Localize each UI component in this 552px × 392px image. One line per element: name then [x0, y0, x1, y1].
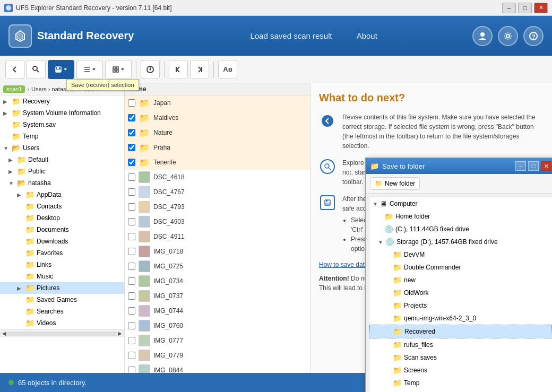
- help-icon-button[interactable]: ?: [523, 26, 544, 46]
- checkbox-maldives[interactable]: [128, 114, 135, 121]
- tree-item-links[interactable]: ▶ 📁 Links: [0, 259, 124, 271]
- tree-item-documents[interactable]: ▶ 📁 Documents: [0, 224, 124, 236]
- tree-item-downloads[interactable]: ▶ 📁 Downloads: [0, 236, 124, 247]
- tree-item-searches[interactable]: ▶ 📁 Searches: [0, 306, 124, 317]
- file-item-img0718[interactable]: IMG_0718: [125, 244, 310, 259]
- dialog-close-button[interactable]: ✕: [541, 161, 551, 171]
- checkbox-dsc4767[interactable]: [128, 188, 135, 196]
- checkbox-img0744[interactable]: [128, 307, 135, 315]
- checkbox-dsc4903[interactable]: [128, 218, 135, 225]
- file-item-tenerife[interactable]: 📁 Tenerife: [125, 155, 310, 170]
- tree-item-systemsav[interactable]: ▶ 📁 System.sav: [0, 119, 124, 130]
- checkbox-img0777[interactable]: [128, 337, 135, 344]
- checkbox-dsc4618[interactable]: [128, 173, 135, 181]
- minimize-button[interactable]: –: [502, 3, 516, 13]
- checkbox-img0725[interactable]: [128, 263, 135, 270]
- dialog-tree-double-commander[interactable]: ▶ 📁 Double Commander: [369, 261, 552, 274]
- dialog-tree-temp[interactable]: ▶ 📁 Temp: [369, 377, 552, 389]
- file-item-dsc4793[interactable]: DSC_4793: [125, 199, 310, 214]
- file-item-img0777[interactable]: IMG_0777: [125, 333, 310, 348]
- tree-item-appdata[interactable]: ▶ 📁 AppData: [0, 189, 124, 201]
- tree-item-default[interactable]: ▶ 📁 Default: [0, 154, 124, 165]
- prev-button[interactable]: [169, 60, 188, 79]
- dialog-tree-devvm[interactable]: ▶ 📁 DevVM: [369, 248, 552, 261]
- checkbox-img0718[interactable]: [128, 248, 135, 255]
- scan-button[interactable]: [141, 60, 160, 79]
- dialog-tree-projects[interactable]: ▶ 📁 Projects: [369, 299, 552, 312]
- back-button[interactable]: [5, 60, 24, 79]
- dialog-body[interactable]: ▼ 🖥 Computer ▶ 📁 Home folder ▶ 💿 (C:), 1…: [369, 197, 552, 392]
- dialog-tree-screens[interactable]: ▶ 📁 Screens: [369, 364, 552, 377]
- checkbox-dsc4911[interactable]: [128, 233, 135, 240]
- file-item-dsc4767[interactable]: DSC_4767: [125, 185, 310, 199]
- tree-item-users[interactable]: ▼ 📂 Users: [0, 142, 124, 154]
- save-button[interactable]: [48, 60, 74, 79]
- maximize-button[interactable]: □: [518, 3, 532, 13]
- file-item-img0760[interactable]: IMG_0760: [125, 318, 310, 333]
- tree-item-videos[interactable]: ▶ 📁 Videos: [0, 317, 124, 329]
- tree-item-temp[interactable]: ▶ 📁 Temp: [0, 130, 124, 142]
- settings-icon-button[interactable]: [498, 26, 518, 46]
- font-button[interactable]: Aв: [218, 60, 237, 79]
- checkbox-tenerife[interactable]: [128, 159, 135, 166]
- tree-item-natasha[interactable]: ▼ 📂 natasha: [0, 177, 124, 189]
- file-item-img0725[interactable]: IMG_0725: [125, 259, 310, 274]
- checkbox-dsc4793[interactable]: [128, 203, 135, 211]
- checkbox-img0779[interactable]: [128, 352, 135, 359]
- file-item-img0779[interactable]: IMG_0779: [125, 348, 310, 363]
- grid-view-button[interactable]: [105, 60, 132, 79]
- dialog-tree-drive-c[interactable]: ▶ 💿 (C:), 111.44GB fixed drive: [369, 223, 552, 236]
- new-folder-button[interactable]: 📁 New folder: [370, 177, 420, 190]
- checkbox-img0737[interactable]: [128, 292, 135, 300]
- dialog-minimize-button[interactable]: –: [515, 161, 526, 171]
- dialog-tree-computer[interactable]: ▼ 🖥 Computer: [369, 197, 552, 210]
- checkbox-img0734[interactable]: [128, 277, 135, 285]
- file-item-img0844[interactable]: IMG_0844: [125, 363, 310, 373]
- next-button[interactable]: [190, 60, 209, 79]
- checkbox-img0760[interactable]: [128, 322, 135, 329]
- tree-item-desktop[interactable]: ▶ 📁 Desktop: [0, 212, 124, 224]
- scroll-left-arrow[interactable]: ◀: [2, 330, 6, 336]
- checkbox-img0844[interactable]: [128, 367, 135, 373]
- file-item-praha[interactable]: 📁 Praha: [125, 140, 310, 155]
- file-item-img0734[interactable]: IMG_0734: [125, 274, 310, 289]
- file-item-japan[interactable]: 📁 Japan: [125, 95, 310, 110]
- file-item-img0737[interactable]: IMG_0737: [125, 289, 310, 303]
- search-button[interactable]: [27, 60, 46, 79]
- checkbox-praha[interactable]: [128, 144, 135, 151]
- dialog-tree-qemu[interactable]: ▶ 📁 qemu-img-win-x64-2_3_0: [369, 312, 552, 325]
- nav-about[interactable]: About: [352, 29, 382, 42]
- tree-item-public[interactable]: ▶ 📁 Public: [0, 165, 124, 177]
- file-item-dsc4911[interactable]: DSC_4911: [125, 229, 310, 244]
- close-button[interactable]: ✕: [534, 3, 548, 13]
- dialog-tree-scan-saves[interactable]: ▶ 📁 Scan saves: [369, 351, 552, 364]
- file-item-img0744[interactable]: IMG_0744: [125, 303, 310, 318]
- dialog-tree-recovered[interactable]: ▶ 📁 Recovered: [369, 325, 552, 338]
- dialog-tree-rufus[interactable]: ▶ 📁 rufus_files: [369, 338, 552, 351]
- scroll-right-arrow[interactable]: ▶: [118, 330, 122, 336]
- tree-item-favorites[interactable]: ▶ 📁 Favorites: [0, 247, 124, 259]
- file-item-nature[interactable]: 📁 Nature: [125, 125, 310, 140]
- tree-item-pictures[interactable]: ▶ 📁 Pictures: [0, 282, 124, 294]
- file-item-dsc4903[interactable]: DSC_4903: [125, 214, 310, 229]
- tree-item-contacts[interactable]: ▶ 📁 Contacts: [0, 201, 124, 212]
- checkbox-nature[interactable]: [128, 129, 135, 136]
- dialog-tree-home[interactable]: ▶ 📁 Home folder: [369, 210, 552, 223]
- dialog-tree-oldwork[interactable]: ▶ 📁 OldWork: [369, 286, 552, 299]
- tree-item-saved-games[interactable]: ▶ 📁 Saved Games: [0, 294, 124, 306]
- tree-item-recovery[interactable]: ▶ 📁 Recovery: [0, 95, 124, 107]
- list-view-button[interactable]: [76, 60, 103, 79]
- tree-item-sysvolinfo[interactable]: ▶ 📁 System Volume Information: [0, 107, 124, 119]
- file-item-maldives[interactable]: 📁 Maldives: [125, 110, 310, 125]
- dialog-tree-ubuntu[interactable]: ▶ 📁 ubuntu: [369, 389, 552, 392]
- dialog-maximize-button[interactable]: □: [528, 161, 539, 171]
- tree-item-music[interactable]: ▶ 📁 Music: [0, 271, 124, 282]
- checkbox-japan[interactable]: [128, 99, 135, 107]
- svg-line-25: [329, 168, 331, 170]
- dialog-tree-drive-d[interactable]: ▼ 💿 Storage (D:), 1457.64GB fixed drive: [369, 236, 552, 248]
- thumb-img0734: [139, 275, 150, 287]
- nav-load-saved[interactable]: Load saved scan result: [246, 29, 336, 42]
- file-item-dsc4618[interactable]: DSC_4618: [125, 170, 310, 185]
- user-icon-button[interactable]: [472, 26, 493, 46]
- dialog-tree-new[interactable]: ▶ 📁 new: [369, 274, 552, 286]
